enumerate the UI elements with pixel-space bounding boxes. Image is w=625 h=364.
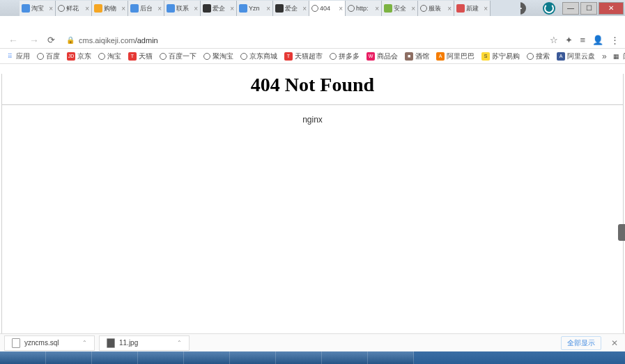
reload-button[interactable]: ⟳ xyxy=(47,35,55,45)
tab-label: 爱企 xyxy=(213,4,229,13)
bookmark-item[interactable]: 搜索 xyxy=(527,52,550,61)
tab-close-icon[interactable]: × xyxy=(411,5,415,13)
bookmark-icon: ■ xyxy=(405,52,413,61)
menu-icon[interactable]: ⋮ xyxy=(610,35,619,45)
browser-tab[interactable]: 购物× xyxy=(92,1,128,16)
bookmark-item[interactable]: T天猫 xyxy=(128,52,153,61)
bookmark-item[interactable]: ■酒馆 xyxy=(405,52,429,61)
url-field[interactable]: 🔒 cms.aiqikeji.com/admin xyxy=(61,36,544,45)
tab-close-icon[interactable]: × xyxy=(447,5,452,13)
chevron-up-icon[interactable]: ⌃ xyxy=(82,340,87,346)
tab-label: 新建 xyxy=(466,4,482,13)
bookmark-label: 拼多多 xyxy=(339,52,360,61)
nav-forward-button[interactable]: → xyxy=(26,35,42,46)
browser-tab[interactable]: Yzn× xyxy=(237,1,273,16)
bookmarks-bar: ⠿应用百度JD京东淘宝T天猫百度一下聚淘宝京东商城T天猫超市拼多多W商品会■酒馆… xyxy=(0,49,625,64)
browser-tab[interactable]: 服装× xyxy=(418,1,454,16)
download-item[interactable]: yzncms.sql⌃ xyxy=(4,335,95,351)
download-filename: 11.jpg xyxy=(119,339,138,347)
bookmark-icon: JD xyxy=(67,52,75,61)
sidepanel-icon[interactable]: ≡ xyxy=(580,35,585,45)
downloads-show-all-button[interactable]: 全部显示 xyxy=(561,336,601,350)
bookmark-icon: A xyxy=(436,52,445,61)
browser-tab[interactable]: http:× xyxy=(346,1,382,16)
browser-tab[interactable]: 淘宝× xyxy=(20,1,56,16)
tab-close-icon[interactable]: × xyxy=(157,5,162,13)
reading-list-button[interactable]: ▦ 阅读清单 xyxy=(612,52,625,61)
tab-close-icon[interactable]: × xyxy=(484,5,488,13)
tab-favicon xyxy=(384,4,392,13)
bookmark-item[interactable]: A阿里巴巴 xyxy=(436,52,474,61)
bookmark-item[interactable]: 百度一下 xyxy=(160,52,196,61)
browser-tab[interactable]: 联系× xyxy=(164,1,201,16)
bookmark-label: 商品会 xyxy=(377,52,398,61)
tab-close-icon[interactable]: × xyxy=(339,5,343,13)
tab-label: 404 xyxy=(320,5,337,12)
tab-favicon xyxy=(239,4,247,13)
bookmark-item[interactable]: A阿里云盘 xyxy=(557,52,595,61)
bookmark-item[interactable]: ⠿应用 xyxy=(6,52,30,61)
bookmark-icon xyxy=(160,53,167,60)
tab-favicon xyxy=(348,5,355,12)
bookmark-star-icon[interactable]: ☆ xyxy=(550,35,558,45)
tab-label: 安全 xyxy=(394,4,410,13)
browser-app-icon xyxy=(543,2,555,15)
close-window-button[interactable]: ✕ xyxy=(599,2,624,15)
page-content: 404 Not Found nginx xyxy=(1,74,624,359)
bookmark-label: 酒馆 xyxy=(415,52,429,61)
bookmark-item[interactable]: 拼多多 xyxy=(330,52,360,61)
tab-close-icon[interactable]: × xyxy=(121,5,125,13)
browser-tab[interactable]: 鲜花× xyxy=(56,1,92,16)
side-feedback-badge[interactable] xyxy=(618,224,625,241)
tab-close-icon[interactable]: × xyxy=(266,5,270,13)
bookmark-label: 京东商城 xyxy=(249,52,277,61)
bookmark-item[interactable]: 聚淘宝 xyxy=(203,52,233,61)
tab-close-icon[interactable]: × xyxy=(302,5,307,13)
tabs-row: 淘宝×鲜花×购物×后台×联系×爱企×Yzn×爱企×404×http:×安全×服装… xyxy=(20,0,520,16)
bookmark-label: 聚淘宝 xyxy=(213,52,233,61)
extensions-icon[interactable]: ✦ xyxy=(565,35,573,45)
bookmark-item[interactable]: 百度 xyxy=(37,52,60,61)
tab-favicon xyxy=(203,4,211,13)
tab-close-icon[interactable]: × xyxy=(85,5,89,13)
bookmark-label: 搜索 xyxy=(536,52,550,61)
minimize-button[interactable]: — xyxy=(562,2,579,15)
browser-tab[interactable]: 404× xyxy=(309,1,346,16)
tab-favicon xyxy=(130,4,139,13)
tab-close-icon[interactable]: × xyxy=(194,5,198,13)
downloads-close-button[interactable]: ✕ xyxy=(608,338,621,348)
browser-tab[interactable]: 爱企× xyxy=(201,1,237,16)
tab-favicon xyxy=(167,4,175,13)
nav-back-button[interactable]: ← xyxy=(6,35,21,46)
tab-favicon xyxy=(420,5,427,12)
bookmark-item[interactable]: W商品会 xyxy=(366,52,398,61)
browser-tab[interactable]: 后台× xyxy=(128,1,164,16)
tab-close-icon[interactable]: × xyxy=(230,5,234,13)
bookmark-icon: ⠿ xyxy=(6,52,14,61)
bookmarks-overflow-icon[interactable]: » xyxy=(602,52,607,61)
os-taskbar[interactable] xyxy=(0,351,625,364)
tab-label: 爱企 xyxy=(285,4,301,13)
tab-favicon xyxy=(94,4,102,13)
bookmark-item[interactable]: JD京东 xyxy=(67,52,91,61)
browser-tab[interactable]: 新建× xyxy=(454,1,491,16)
tab-label: 后台 xyxy=(140,4,156,13)
bookmark-item[interactable]: 京东商城 xyxy=(240,52,277,61)
chevron-up-icon[interactable]: ⌃ xyxy=(177,340,182,346)
bookmark-item[interactable]: T天猫超市 xyxy=(284,52,323,61)
bookmark-icon: S xyxy=(481,52,490,61)
tab-close-icon[interactable]: × xyxy=(375,5,379,13)
error-title: 404 Not Found xyxy=(2,74,623,96)
browser-tab[interactable]: 安全× xyxy=(382,1,418,16)
bookmark-item[interactable]: S苏宁易购 xyxy=(481,52,520,61)
file-icon xyxy=(12,338,20,348)
profile-icon[interactable]: 👤 xyxy=(592,35,603,45)
download-item[interactable]: 11.jpg⌃ xyxy=(99,335,190,351)
tab-close-icon[interactable]: × xyxy=(49,5,53,13)
server-name: nginx xyxy=(2,115,623,125)
bookmark-label: 京东 xyxy=(77,52,91,61)
browser-tab[interactable]: 爱企× xyxy=(273,1,309,16)
bookmark-item[interactable]: 淘宝 xyxy=(98,52,121,61)
maximize-button[interactable]: ☐ xyxy=(580,2,597,15)
bookmark-icon: T xyxy=(284,52,293,61)
